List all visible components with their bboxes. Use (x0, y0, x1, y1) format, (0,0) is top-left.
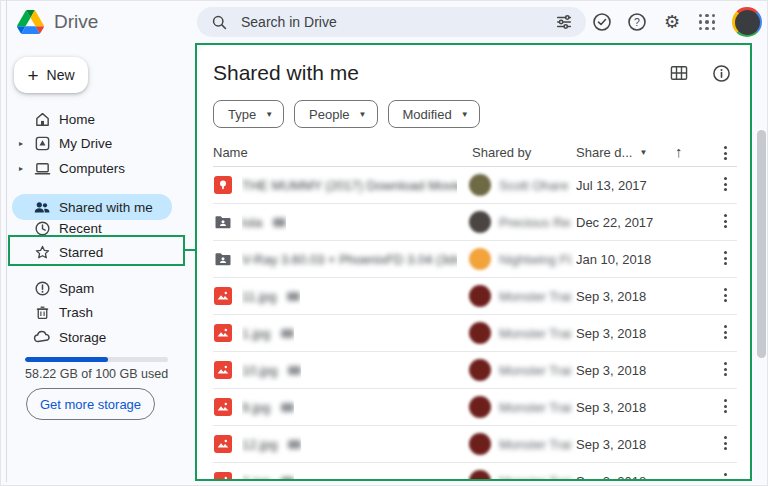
info-icon[interactable] (711, 63, 731, 83)
sidebar-item-trash[interactable]: Trash (0, 300, 185, 324)
sidebar-item-label: Home (59, 112, 95, 127)
computers-icon (33, 159, 51, 177)
sharer-avatar (469, 359, 491, 381)
settings-gear-icon[interactable]: ⚙ (662, 12, 682, 32)
row-more-options-button[interactable] (718, 251, 732, 265)
page-title: Shared with me (213, 61, 359, 85)
help-icon[interactable]: ? (627, 12, 647, 32)
chevron-down-icon: ▼ (461, 110, 469, 119)
share-date: Sep 3, 2018 (576, 437, 646, 452)
file-name: 12.jpg (242, 437, 277, 452)
filter-chip-type[interactable]: Type ▼ (213, 100, 284, 128)
sidebar-item-computers[interactable]: ▸ Computers (0, 156, 185, 180)
file-table: Name Shared by Share d... ▼ ↑ THE MUMMY … (213, 143, 737, 481)
chevron-down-icon: ▼ (359, 110, 367, 119)
my-drive-icon (33, 134, 51, 152)
offline-status-icon[interactable] (592, 12, 612, 32)
row-more-options-button[interactable] (718, 288, 732, 302)
file-type-icon (214, 287, 232, 305)
get-more-storage-button[interactable]: Get more storage (26, 388, 155, 420)
shared-by-name: Precious Ren... (499, 215, 571, 230)
file-type-icon (214, 176, 232, 194)
file-name-cell: 1.jpg (242, 315, 294, 351)
table-row[interactable]: 9.jpg Monster Trailer Sep 3, 2018 (213, 389, 737, 426)
table-row[interactable]: 10.jpg Monster Trailer Sep 3, 2018 (213, 352, 737, 389)
file-name-cell: 10.jpg (242, 352, 301, 388)
header-more-options-button[interactable] (718, 146, 732, 160)
storage-usage-text: 58.22 GB of 100 GB used (25, 367, 168, 381)
file-name: V-Ray 3.60.03 + PhoenixFD 3.04 (3ds Max.… (242, 252, 457, 267)
get-more-storage-label: Get more storage (40, 397, 141, 412)
sidebar-item-storage[interactable]: Storage (0, 325, 185, 349)
drive-logo[interactable]: Drive (17, 10, 98, 34)
apps-grid-icon[interactable] (697, 12, 717, 32)
sidebar-item-label: Starred (59, 245, 103, 260)
file-name-cell: THE MUMMY (2017) Download Movie B... (242, 167, 457, 203)
row-more-options-button[interactable] (718, 362, 732, 376)
sidebar-item-label: Recent (59, 221, 102, 236)
share-date: Sep 3, 2018 (576, 400, 646, 415)
main-content: Shared with me Type ▼ People ▼ Modified … (197, 44, 753, 481)
storage-progress-bar (25, 357, 168, 362)
sidebar-item-my-drive[interactable]: ▸ My Drive (0, 131, 185, 155)
share-date: Jan 10, 2018 (576, 252, 651, 267)
search-options-icon[interactable] (554, 12, 574, 32)
home-icon (33, 110, 51, 128)
table-row[interactable]: V-Ray 3.60.03 + PhoenixFD 3.04 (3ds Max.… (213, 241, 737, 278)
account-avatar[interactable] (732, 7, 762, 37)
file-name-cell: 12.jpg (242, 426, 301, 462)
cloud-icon (33, 328, 51, 346)
row-more-options-button[interactable] (718, 177, 732, 191)
spam-icon (33, 279, 51, 297)
app-name: Drive (54, 11, 98, 33)
topbar: Drive ? ⚙ (0, 0, 768, 44)
row-more-options-button[interactable] (718, 325, 732, 339)
expand-caret-icon[interactable]: ▸ (19, 164, 23, 173)
page-scrollbar-thumb[interactable] (757, 130, 766, 358)
new-button[interactable]: + New (14, 57, 88, 93)
table-row[interactable]: 1.jpg Monster Trailer Sep 3, 2018 (213, 315, 737, 352)
share-date: Sep 3, 2018 (576, 474, 646, 481)
sidebar-item-recent[interactable]: Recent (0, 216, 185, 240)
table-row[interactable]: 12.jpg Monster Trailer Sep 3, 2018 (213, 426, 737, 463)
sort-direction-icon[interactable]: ↑ (675, 143, 683, 160)
star-icon (33, 243, 51, 261)
sidebar-item-label: Spam (59, 281, 94, 296)
sidebar-item-home[interactable]: Home (0, 107, 185, 131)
column-header-name[interactable]: Name (213, 145, 248, 160)
table-row[interactable]: 2.jpg Monster Trailer Sep 3, 2018 (213, 463, 737, 481)
column-header-share-date[interactable]: Share d... ▼ (576, 145, 647, 160)
filter-chip-people[interactable]: People ▼ (294, 100, 377, 128)
sidebar: + New Home ▸ My Drive ▸ Computers Shared… (0, 44, 197, 486)
sharer-avatar (469, 433, 491, 455)
table-row[interactable]: THE MUMMY (2017) Download Movie B... Sco… (213, 167, 737, 204)
file-type-icon (214, 213, 232, 231)
filter-chips: Type ▼ People ▼ Modified ▼ (213, 100, 480, 128)
row-more-options-button[interactable] (718, 473, 732, 481)
table-row[interactable]: 11.jpg Monster Trailer Sep 3, 2018 (213, 278, 737, 315)
search-input[interactable] (239, 13, 544, 31)
file-name-cell: lola (242, 204, 286, 240)
search-bar[interactable] (197, 7, 586, 37)
sidebar-item-spam[interactable]: Spam (0, 276, 185, 300)
sidebar-item-starred[interactable]: Starred (0, 240, 185, 264)
row-more-options-button[interactable] (718, 436, 732, 450)
grid-view-icon[interactable] (669, 63, 689, 83)
filter-chip-modified[interactable]: Modified ▼ (388, 100, 480, 128)
column-header-shared-by[interactable]: Shared by (472, 145, 531, 160)
search-icon[interactable] (209, 12, 229, 32)
sidebar-item-label: Computers (59, 161, 125, 176)
row-more-options-button[interactable] (718, 214, 732, 228)
shared-indicator-icon (281, 477, 294, 482)
shared-indicator-icon (288, 440, 301, 449)
shared-indicator-icon (281, 403, 294, 412)
shared-indicator-icon (287, 292, 300, 301)
file-name: lola (242, 215, 262, 230)
table-row[interactable]: lola Precious Ren... Dec 22, 2017 (213, 204, 737, 241)
sharer-avatar (469, 322, 491, 344)
sharer-avatar (469, 248, 491, 270)
chip-label: Type (228, 107, 256, 122)
expand-caret-icon[interactable]: ▸ (19, 139, 23, 148)
row-more-options-button[interactable] (718, 399, 732, 413)
sidebar-item-label: My Drive (59, 136, 112, 151)
